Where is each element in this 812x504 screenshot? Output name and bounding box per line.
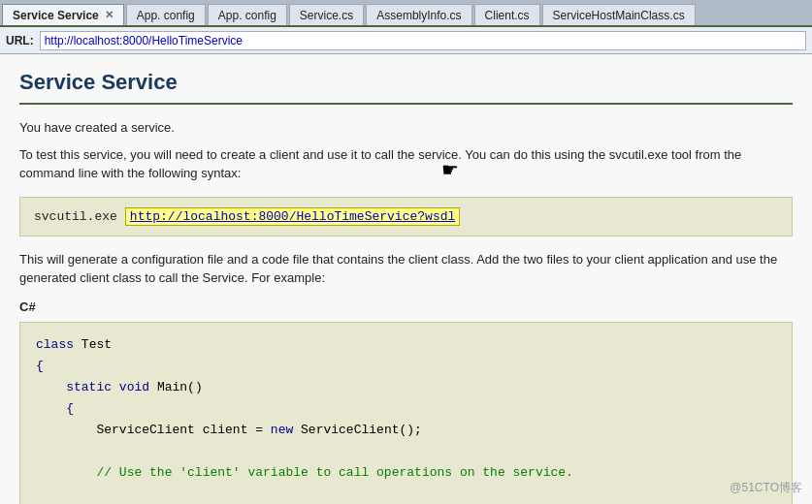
code-inner-brace-open: { (66, 401, 74, 416)
page-title: Service Service (19, 70, 793, 105)
lang-label: C# (19, 299, 793, 314)
tab-app-config-2[interactable]: App. config (208, 4, 287, 25)
command-box: svcutil.exe http://localhost:8000/HelloT… (19, 197, 793, 236)
code-client-init: ServiceClient client = new ServiceClient… (96, 423, 421, 437)
cmd-exe-label: svcutil.exe (34, 209, 117, 224)
tab-label: App. config (137, 9, 195, 22)
url-bar: URL: (0, 27, 812, 54)
code-classname: Test (81, 337, 112, 352)
tab-client-cs[interactable]: Client.cs (474, 4, 540, 25)
tab-service-cs[interactable]: Service.cs (289, 4, 364, 25)
code-main-method: Main() (157, 380, 203, 394)
tab-label: ServiceHostMainClass.cs (553, 9, 685, 22)
code-comment-1: // Use the 'client' variable to call ope… (96, 465, 572, 480)
tab-app-config-1[interactable]: App. config (126, 4, 206, 25)
intro-text-2: To test this service, you will need to c… (19, 145, 793, 183)
tab-servicehostmainclass-cs[interactable]: ServiceHostMainClass.cs (542, 4, 696, 25)
code-block: class Test { static void Main() { Servic… (19, 322, 793, 505)
tab-label: AssemblyInfo.cs (376, 9, 461, 22)
intro-text-1: You have created a service. (19, 118, 793, 138)
code-keyword-class: class (36, 337, 74, 352)
code-keyword-static: static (66, 380, 112, 394)
close-icon[interactable]: ✕ (105, 9, 114, 21)
tab-service-service[interactable]: Service Service ✕ (2, 4, 124, 25)
url-input[interactable] (40, 31, 806, 50)
content-area: Service Service You have created a servi… (0, 54, 812, 504)
code-keyword-void: void (119, 380, 149, 394)
tab-assemblyinfo-cs[interactable]: AssemblyInfo.cs (366, 4, 471, 25)
code-brace-open: { (36, 359, 44, 373)
tab-bar: Service Service ✕ App. config App. confi… (0, 0, 812, 27)
tab-label: Client.cs (485, 9, 530, 22)
tab-label: Service.cs (300, 9, 353, 22)
tab-label: App. config (218, 9, 276, 22)
tab-label: Service Service (13, 9, 99, 22)
cmd-url-link[interactable]: http://localhost:8000/HelloTimeService?w… (125, 207, 460, 226)
desc-text: This will generate a configuration file … (19, 250, 793, 288)
url-label: URL: (6, 34, 34, 47)
